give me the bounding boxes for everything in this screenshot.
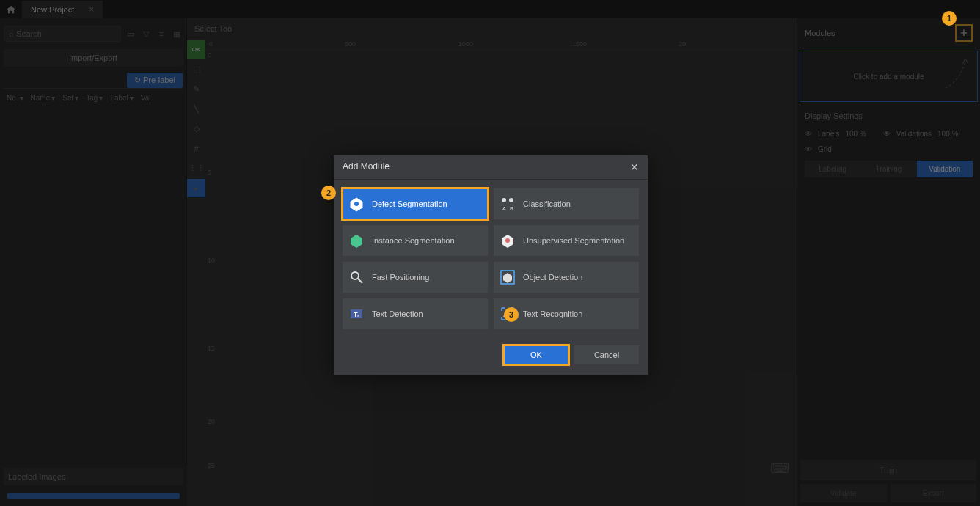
svg-marker-12 [503,273,512,283]
cancel-button[interactable]: Cancel [574,345,639,364]
eye-icon[interactable]: 👁 [805,130,812,138]
erase-tool[interactable]: ◇ [187,120,205,138]
pen-tool[interactable]: ✎ [187,80,205,98]
fast-pos-icon [348,269,365,285]
validate-button[interactable]: Validate [800,484,887,502]
option-defect-segmentation[interactable]: Defect Segmentation [343,188,488,219]
project-tab[interactable]: New Project × [22,1,103,18]
option-instance-segmentation[interactable]: Instance Segmentation [343,225,488,256]
labeled-images-header[interactable]: Labeled Images [4,468,183,485]
tool-label: Select Tool [187,18,797,39]
progress-bar [7,493,180,499]
option-unsupervised-segmentation[interactable]: Unsupervised Segmentation [494,225,639,256]
svg-point-1 [354,202,359,206]
move-tool[interactable]: ▸ [187,179,205,197]
display-settings-title: Display Settings [805,111,973,120]
svg-text:A: A [502,206,506,211]
train-button[interactable]: Train [800,460,976,480]
dashed-arrow-icon [942,55,971,92]
defect-seg-icon [348,196,365,212]
col-set[interactable]: Set ▾ [59,92,81,104]
pre-label-button[interactable]: ↻ Pre-label [127,73,183,88]
col-no[interactable]: No. ▾ [4,92,26,104]
tool-strip: OK ⬚ ✎ ╲ ◇ # ⋮⋮ ▸ [187,40,205,199]
list-icon[interactable]: ≡ [156,28,167,40]
ok-tool[interactable]: OK [187,40,205,59]
home-icon[interactable] [0,0,22,18]
grid-icon[interactable]: ▦ [171,28,183,40]
col-tag[interactable]: Tag ▾ [83,92,106,104]
svg-line-10 [358,279,362,283]
add-module-dialog: Add Module ✕ Defect Segmentation AB Clas… [334,155,648,375]
column-headers: No. ▾ Name ▾ Set ▾ Tag ▾ Label ▾ Val. [4,88,183,104]
crop-tool[interactable]: ⬚ [187,60,205,78]
tab-validation[interactable]: Validation [917,161,973,177]
option-text-detection[interactable]: Ts Text Detection [343,298,488,329]
tab-labeling[interactable]: Labeling [805,161,860,177]
import-export-button[interactable]: Import/Export [4,49,183,67]
option-classification[interactable]: AB Classification [494,188,639,219]
left-sidebar: ⌕ Search ▭ ▽ ≡ ▦ Import/Export ↻ Pre-lab… [0,18,187,506]
text-det-icon: Ts [348,306,365,322]
filter-icon[interactable]: ▽ [140,28,152,40]
plus-icon: + [960,26,967,40]
unsup-seg-icon [500,232,516,249]
ruler-horizontal: 0 500 1000 1500 20 [187,39,797,50]
instance-seg-icon [348,232,365,249]
svg-point-3 [509,198,513,202]
col-label[interactable]: Label ▾ [107,92,136,104]
search-input[interactable]: ⌕ Search [4,26,121,42]
option-fast-positioning[interactable]: Fast Positioning [343,262,488,293]
annotation-badge-2: 2 [321,186,336,200]
col-val[interactable]: Val. [138,92,156,104]
tab-title: New Project [31,5,74,14]
modules-title: Modules [805,29,835,37]
tab-training[interactable]: Training [860,161,916,177]
eye-icon[interactable]: 👁 [805,145,812,153]
col-name[interactable]: Name ▾ [28,92,59,104]
dots-tool[interactable]: ⋮⋮ [187,159,205,177]
annotation-badge-3: 3 [504,307,519,322]
svg-text:s: s [357,313,359,318]
close-icon[interactable]: ✕ [630,161,639,173]
title-bar: New Project × [0,0,980,18]
eye-icon[interactable]: 👁 [883,130,891,138]
svg-point-9 [351,272,359,279]
right-sidebar: Modules + Click to add a module Display … [797,18,980,506]
export-button[interactable]: Export [891,484,977,502]
modal-title: Add Module [343,161,390,173]
grid-tool[interactable]: # [187,139,205,158]
add-module-button[interactable]: + [955,24,973,42]
folder-icon[interactable]: ▭ [125,28,136,40]
svg-marker-6 [351,235,362,248]
close-icon[interactable]: × [89,4,94,15]
obj-det-icon [500,269,516,285]
annotation-badge-1: 1 [942,11,957,26]
classification-icon: AB [500,196,516,212]
svg-point-2 [502,198,506,202]
module-placeholder[interactable]: Click to add a module [800,51,978,102]
line-tool[interactable]: ╲ [187,100,205,118]
ruler-vertical: 0 5 10 15 20 25 [206,51,215,491]
svg-text:B: B [510,206,513,211]
svg-point-8 [505,238,510,243]
ok-button[interactable]: OK [504,345,568,364]
option-object-detection[interactable]: Object Detection [494,262,639,293]
keyboard-icon[interactable]: ⌨ [770,461,789,477]
